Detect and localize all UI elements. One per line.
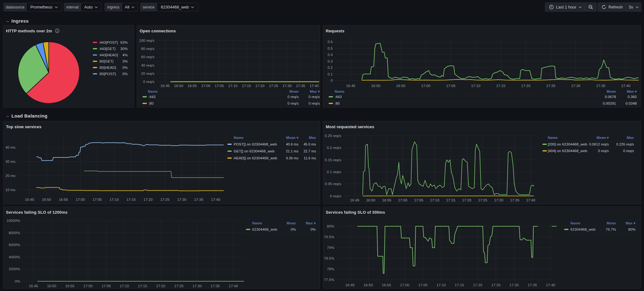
svg-text:40 req/s: 40 req/s (141, 63, 155, 67)
svg-text:HEAD[] on 62304468_web: HEAD[] on 62304468_web (234, 156, 277, 160)
svg-text:16:50: 16:50 (366, 198, 375, 202)
svg-text:10 ms: 10 ms (5, 188, 15, 192)
svg-text:60 req/s: 60 req/s (141, 55, 155, 59)
svg-text:17:05: 17:05 (446, 84, 455, 88)
svg-text:17:25: 17:25 (546, 84, 555, 88)
svg-text:10000%: 10000% (7, 219, 20, 222)
svg-text:0 req/s: 0 req/s (308, 102, 320, 105)
svg-text:79%: 79% (327, 246, 334, 250)
svg-text::443[HEAD]: :443[HEAD] (99, 53, 118, 57)
svg-text:16:55: 16:55 (65, 284, 75, 288)
svg-text:0.1: 0.1 (328, 72, 333, 76)
svg-text:0.4: 0.4 (328, 53, 333, 57)
svg-text:17:05: 17:05 (414, 198, 423, 202)
svg-text:Name: Name (335, 90, 345, 93)
svg-text:[200] on 62304468_web: [200] on 62304468_web (548, 142, 587, 146)
svg-text:17:40: 17:40 (621, 84, 630, 88)
svg-text:17:15: 17:15 (138, 284, 147, 288)
svg-text:80%: 80% (327, 224, 334, 228)
svg-text:0 req/s: 0 req/s (287, 95, 299, 99)
svg-text:17:05: 17:05 (102, 284, 111, 288)
svg-text:[404] on 62304468_web: [404] on 62304468_web (548, 149, 587, 153)
svg-text:17:40: 17:40 (211, 198, 220, 201)
svg-text:16:45: 16:45 (346, 84, 355, 88)
svg-text:100 req/s: 100 req/s (139, 39, 154, 42)
svg-text:16:55: 16:55 (188, 84, 197, 88)
svg-text:62304468_web: 62304468_web (252, 228, 277, 231)
svg-text:Max: Max (309, 136, 316, 140)
svg-text:Name: Name (148, 90, 158, 93)
svg-text::443[GET]: :443[GET] (99, 47, 115, 51)
svg-text:17:35: 17:35 (528, 283, 537, 287)
svg-text:17:20: 17:20 (143, 198, 153, 201)
svg-text:77.5%: 77.5% (324, 278, 334, 282)
svg-text:78%: 78% (327, 267, 334, 271)
svg-text:17:25: 17:25 (478, 198, 487, 202)
svg-text:16:55: 16:55 (59, 198, 68, 201)
svg-text:17:15: 17:15 (126, 198, 136, 201)
svg-text:17:00: 17:00 (398, 198, 407, 202)
svg-text:0 req/s: 0 req/s (308, 95, 320, 99)
svg-text::80: :80 (335, 102, 340, 105)
svg-text:63%: 63% (120, 41, 128, 44)
svg-text:17:30: 17:30 (571, 84, 580, 88)
svg-text:17:00: 17:00 (400, 283, 409, 287)
svg-text:16:55: 16:55 (382, 198, 391, 202)
svg-text:17:15: 17:15 (455, 283, 464, 287)
svg-text:0.0612 req/s: 0.0612 req/s (589, 142, 609, 146)
svg-text:80 req/s: 80 req/s (141, 47, 155, 51)
svg-text:Name: Name (252, 221, 262, 225)
svg-text:17:20: 17:20 (473, 283, 482, 287)
svg-text:17:20: 17:20 (462, 198, 471, 202)
svg-text:17:05: 17:05 (215, 84, 224, 88)
svg-text:17:40: 17:40 (546, 283, 555, 287)
svg-text:17:05: 17:05 (93, 198, 102, 201)
svg-text::443: :443 (335, 95, 342, 99)
svg-text:17:10: 17:10 (109, 198, 119, 201)
svg-text::80[HEAD]: :80[HEAD] (99, 66, 116, 69)
svg-text:20 req/s: 20 req/s (141, 72, 155, 75)
svg-text:17:15: 17:15 (496, 84, 505, 88)
svg-text:0.226 req/s: 0.226 req/s (616, 142, 634, 146)
svg-text:Max: Max (627, 136, 634, 140)
svg-text:0%: 0% (310, 228, 316, 231)
svg-text:17:10: 17:10 (471, 84, 480, 88)
svg-text:16:50: 16:50 (47, 284, 56, 288)
svg-text:Mean ▾: Mean ▾ (286, 136, 299, 140)
svg-text:17:35: 17:35 (510, 198, 519, 202)
svg-text:30 ms: 30 ms (5, 160, 15, 163)
svg-text:Name: Name (234, 136, 244, 140)
svg-text:POST[] on 62304468_web: POST[] on 62304468_web (234, 142, 277, 146)
svg-text::80: :80 (148, 102, 153, 105)
svg-text:22.7 ms: 22.7 ms (303, 149, 316, 153)
svg-text:Open connections: Open connections (140, 29, 176, 33)
svg-text:17:00: 17:00 (76, 198, 85, 201)
svg-text:17:00: 17:00 (201, 84, 210, 88)
svg-text:0.5: 0.5 (328, 47, 333, 50)
svg-text:16:50: 16:50 (42, 198, 51, 201)
svg-text::443: :443 (148, 95, 156, 99)
svg-text:0.0678: 0.0678 (605, 95, 616, 99)
svg-text:0 req/s: 0 req/s (330, 194, 341, 198)
svg-text:0.6: 0.6 (328, 40, 333, 44)
svg-text:21.1 ms: 21.1 ms (286, 149, 298, 153)
svg-text:Name: Name (570, 221, 580, 225)
svg-text:0.3: 0.3 (328, 59, 333, 63)
svg-text:9.36 ms: 9.36 ms (286, 156, 298, 160)
svg-text:0.2 req/s: 0.2 req/s (327, 146, 341, 150)
svg-text:Mean: Mean (289, 90, 299, 93)
svg-text:16:45: 16:45 (29, 284, 38, 288)
svg-text:2000%: 2000% (9, 267, 20, 271)
svg-text:0%: 0% (291, 228, 296, 231)
svg-text:17:10: 17:10 (436, 283, 446, 287)
svg-text:4000%: 4000% (9, 255, 20, 259)
svg-text:80%: 80% (628, 228, 636, 231)
svg-text:16:50: 16:50 (174, 84, 183, 88)
svg-text:Requests: Requests (326, 29, 344, 33)
svg-text:17:30: 17:30 (177, 198, 186, 201)
svg-text:17:25: 17:25 (174, 284, 183, 288)
svg-text:17:10: 17:10 (430, 198, 439, 202)
svg-text:0.2: 0.2 (328, 66, 333, 69)
svg-text:0 req/s: 0 req/s (287, 102, 299, 105)
svg-text:0.360: 0.360 (628, 95, 637, 99)
